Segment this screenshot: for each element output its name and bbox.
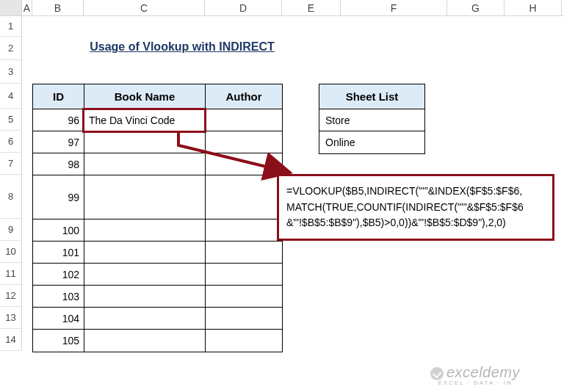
col-header-g[interactable]: G [447, 0, 505, 15]
cell-id[interactable]: 97 [33, 131, 84, 153]
cell-book[interactable] [84, 175, 206, 219]
row-header-14[interactable]: 14 [0, 329, 22, 351]
cell-id[interactable]: 105 [33, 330, 84, 352]
sheet-list-item[interactable]: Store [319, 109, 424, 131]
watermark-sub: EXCEL · DATA · IN [430, 380, 520, 386]
formula-line: &"'!$B$5:$B$9"),$B5)>0,0))&"'!$B$5:$D$9"… [286, 215, 545, 231]
cell-author[interactable] [206, 131, 282, 153]
formula-line: =VLOOKUP($B5,INDIRECT("'"&INDEX($F$5:$F$… [286, 184, 545, 200]
row-header-3[interactable]: 3 [0, 60, 22, 84]
watermark: exceldemy EXCEL · DATA · IN [430, 364, 520, 386]
cell-book[interactable] [84, 242, 206, 264]
row-header-4[interactable]: 4 [0, 84, 22, 109]
row-header-12[interactable]: 12 [0, 285, 22, 307]
row-header-11[interactable]: 11 [0, 263, 22, 285]
watermark-text: exceldemy [446, 364, 520, 380]
row-header-13[interactable]: 13 [0, 307, 22, 329]
cell-author[interactable] [206, 109, 282, 131]
row-header-6[interactable]: 6 [0, 131, 22, 153]
table-row: 105 [33, 330, 282, 352]
table-row: 96 The Da Vinci Code [33, 109, 282, 131]
cell-id[interactable]: 96 [33, 109, 84, 131]
header-author[interactable]: Author [206, 84, 282, 109]
cell-author[interactable] [206, 264, 282, 286]
row-header-1[interactable]: 1 [0, 16, 22, 37]
select-all-corner[interactable] [0, 0, 22, 15]
col-header-f[interactable]: F [341, 0, 447, 15]
cell-author[interactable] [206, 330, 282, 352]
row-header-9[interactable]: 9 [0, 219, 22, 241]
cell-id[interactable]: 100 [33, 219, 84, 242]
col-header-b[interactable]: B [32, 0, 84, 15]
column-headers: A B C D E F G H [0, 0, 564, 16]
cell-book[interactable] [84, 219, 206, 242]
table-row: 103 [33, 286, 282, 308]
col-header-h[interactable]: H [505, 0, 562, 15]
cell-id[interactable]: 98 [33, 153, 84, 175]
sheet-list-header[interactable]: Sheet List [319, 84, 424, 109]
col-header-d[interactable]: D [205, 0, 282, 15]
cell-book[interactable] [84, 286, 206, 308]
table-header-row: ID Book Name Author [33, 84, 282, 109]
cell-author[interactable] [206, 219, 282, 242]
sheet-list-table: Sheet List Store Online [319, 84, 425, 154]
table-row: 98 [33, 153, 282, 175]
cell-book[interactable] [84, 264, 206, 286]
formula-line: MATCH(TRUE,COUNTIF(INDIRECT("'"&$F$5:$F$… [286, 200, 545, 216]
cell-id[interactable]: 104 [33, 308, 84, 330]
cell-book[interactable] [84, 131, 206, 153]
row-headers: 1 2 3 4 5 6 7 8 9 10 11 12 13 14 [0, 16, 22, 351]
spreadsheet: A B C D E F G H 1 2 3 4 5 6 7 8 9 10 11 … [0, 0, 564, 392]
table-row: 97 [33, 131, 282, 153]
row-header-7[interactable]: 7 [0, 153, 22, 175]
cell-id[interactable]: 101 [33, 242, 84, 264]
cell-book[interactable] [84, 308, 206, 330]
row-header-2[interactable]: 2 [0, 37, 22, 60]
cell-author[interactable] [206, 242, 282, 264]
header-book-name[interactable]: Book Name [84, 84, 206, 109]
row-header-8[interactable]: 8 [0, 175, 22, 219]
row-header-10[interactable]: 10 [0, 241, 22, 263]
table-row: 104 [33, 308, 282, 330]
row-header-5[interactable]: 5 [0, 109, 22, 131]
cell-author[interactable] [206, 286, 282, 308]
page-title: Usage of Vlookup with INDIRECT [84, 37, 281, 57]
col-header-c[interactable]: C [84, 0, 205, 15]
table-row: 102 [33, 264, 282, 286]
cell-author[interactable] [206, 308, 282, 330]
col-header-a[interactable]: A [22, 0, 32, 15]
cell-author[interactable] [206, 153, 282, 175]
table-row: 101 [33, 242, 282, 264]
table-row: 99 [33, 175, 282, 219]
cell-id[interactable]: 103 [33, 286, 84, 308]
main-table: ID Book Name Author 96 The Da Vinci Code… [32, 84, 283, 352]
check-icon [430, 367, 444, 380]
formula-callout: =VLOOKUP($B5,INDIRECT("'"&INDEX($F$5:$F$… [277, 174, 554, 241]
col-header-e[interactable]: E [282, 0, 341, 15]
cell-author[interactable] [206, 175, 282, 219]
cell-book[interactable] [84, 330, 206, 352]
sheet-list-item[interactable]: Online [319, 131, 424, 153]
cell-id[interactable]: 102 [33, 264, 84, 286]
cell-book[interactable] [84, 153, 206, 175]
cell-id[interactable]: 99 [33, 175, 84, 219]
cell-book[interactable]: The Da Vinci Code [84, 109, 206, 131]
table-row: 100 [33, 219, 282, 242]
header-id[interactable]: ID [33, 84, 84, 109]
